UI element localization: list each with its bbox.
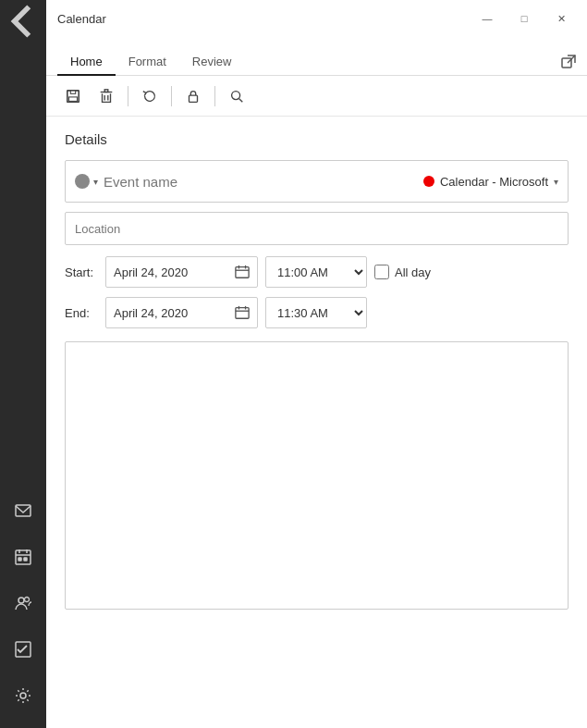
all-day-label: All day	[395, 265, 431, 279]
maximize-button[interactable]: □	[506, 5, 543, 32]
tab-home[interactable]: Home	[57, 47, 116, 76]
main-area: Calendar — □ ✕ Home Format Review	[46, 0, 587, 728]
svg-rect-15	[69, 96, 78, 101]
toolbar-separator-2	[171, 86, 172, 106]
start-datetime-row: Start: April 24, 2020 11:00 AM 11:30 AM …	[65, 256, 569, 288]
start-time-select[interactable]: 11:00 AM 11:30 AM 12:00 PM 12:30 PM	[265, 256, 367, 288]
end-datetime-row: End: April 24, 2020 11:00 AM 11:30 AM 12…	[65, 297, 569, 328]
event-name-row: ▾ Calendar - Microsoft ▾	[65, 160, 569, 203]
notes-textarea[interactable]	[65, 341, 569, 610]
start-date-value: April 24, 2020	[114, 265, 229, 279]
toolbar-separator-1	[128, 86, 128, 106]
section-title: Details	[65, 131, 569, 147]
sidebar-item-tasks[interactable]	[0, 626, 46, 672]
delete-button[interactable]	[91, 81, 122, 111]
toolbar-separator-3	[214, 86, 215, 106]
sidebar-item-mail[interactable]	[0, 487, 46, 534]
end-label: End:	[65, 306, 98, 320]
close-button[interactable]: ✕	[543, 5, 580, 32]
all-day-row: All day	[374, 265, 431, 279]
calendar-selector[interactable]: Calendar - Microsoft ▾	[423, 175, 558, 189]
toolbar	[46, 76, 587, 117]
calendar-chevron-icon: ▾	[554, 177, 558, 187]
svg-rect-5	[18, 558, 21, 561]
titlebar-controls: — □ ✕	[469, 5, 580, 32]
svg-point-8	[25, 598, 30, 602]
search-button[interactable]	[221, 81, 252, 111]
tab-review[interactable]: Review	[179, 47, 245, 76]
sidebar-item-settings[interactable]	[0, 672, 46, 719]
sidebar	[0, 0, 46, 728]
svg-rect-26	[236, 267, 249, 278]
sidebar-item-people[interactable]	[0, 580, 46, 626]
sidebar-nav	[0, 487, 46, 728]
svg-rect-20	[104, 89, 108, 92]
refresh-button[interactable]	[134, 81, 165, 111]
svg-point-7	[18, 598, 24, 603]
end-time-select[interactable]: 11:00 AM 11:30 AM 12:00 PM 12:30 PM	[265, 297, 367, 328]
tab-bar: Home Format Review	[46, 37, 587, 76]
app-title: Calendar	[54, 12, 469, 26]
end-date-field[interactable]: April 24, 2020	[105, 297, 258, 328]
back-button[interactable]	[0, 0, 46, 42]
end-date-value: April 24, 2020	[114, 306, 229, 320]
calendar-label: Calendar - Microsoft	[440, 175, 548, 189]
status-dot	[75, 174, 90, 189]
event-name-input[interactable]	[104, 174, 423, 190]
svg-rect-0	[16, 505, 31, 516]
start-label: Start:	[65, 265, 98, 279]
svg-point-10	[20, 693, 26, 698]
svg-rect-1	[16, 550, 31, 564]
svg-line-25	[239, 98, 243, 102]
lock-button[interactable]	[177, 81, 209, 111]
all-day-checkbox[interactable]	[374, 265, 389, 279]
status-chevron-icon[interactable]: ▾	[93, 177, 98, 187]
save-button[interactable]	[57, 81, 89, 111]
titlebar: Calendar — □ ✕	[46, 0, 587, 37]
minimize-button[interactable]: —	[469, 5, 506, 32]
start-date-field[interactable]: April 24, 2020	[105, 256, 258, 288]
calendar-color-dot	[423, 176, 434, 187]
external-link-button[interactable]	[561, 55, 576, 75]
svg-rect-23	[190, 95, 198, 102]
content-area: Details ▾ Calendar - Microsoft ▾ Start: …	[46, 117, 587, 728]
calendar-icon[interactable]	[235, 265, 250, 279]
calendar-icon-end[interactable]	[235, 305, 250, 320]
tab-format[interactable]: Format	[116, 47, 179, 76]
svg-rect-30	[236, 308, 249, 319]
sidebar-item-calendar[interactable]	[0, 534, 46, 580]
svg-point-24	[232, 91, 240, 99]
location-input[interactable]	[65, 212, 569, 245]
svg-rect-6	[24, 558, 27, 561]
